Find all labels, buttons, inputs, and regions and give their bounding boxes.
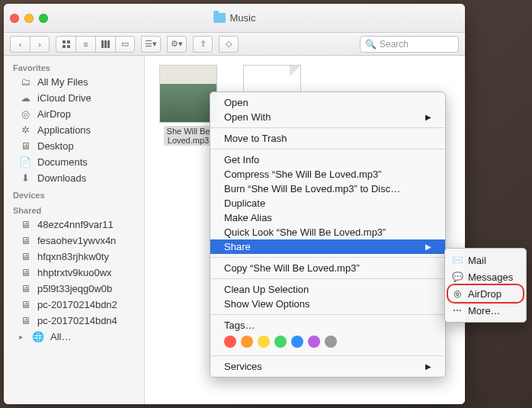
ctx-open[interactable]: Open [210,95,445,110]
svg-rect-4 [101,40,104,48]
svg-rect-2 [62,45,66,48]
file-thumbnail [159,65,217,123]
sidebar-item-all[interactable]: ▸🌐All… [4,329,144,345]
view-icon-button[interactable] [56,36,75,53]
zoom-window-button[interactable] [39,14,48,23]
computer-icon: 🖥 [19,283,31,294]
airdrop-icon: ◎ [19,108,31,120]
close-window-button[interactable] [10,14,19,23]
chevron-right-icon: ▶ [425,113,431,121]
computer-icon: 🖥 [19,251,31,262]
ctx-get-info[interactable]: Get Info [210,153,445,167]
documents-icon: 📄 [19,156,31,168]
computer-icon: 🖥 [19,267,31,278]
sidebar-item-icloud[interactable]: ☁iCloud Drive [4,90,144,106]
chevron-right-icon: ▶ [425,362,431,371]
sidebar-shared-item[interactable]: 🖥hfqxn83rjhkw0ty [4,249,144,265]
apps-icon: ✲ [19,124,31,136]
ctx-duplicate[interactable]: Duplicate [210,196,445,210]
ctx-services[interactable]: Services▶ [210,359,445,374]
search-placeholder: Search [380,39,409,50]
sidebar-shared-item[interactable]: 🖥fesaohev1ywvx4n [4,233,144,249]
sidebar-item-desktop[interactable]: 🖥Desktop [4,138,144,154]
titlebar: Music [4,4,465,33]
view-coverflow-button[interactable]: ▭ [115,36,135,53]
sidebar: Favorites 🗂All My Files ☁iCloud Drive ◎A… [4,56,145,404]
ctx-burn[interactable]: Burn “She Will Be Loved.mp3” to Disc… [210,182,445,196]
computer-icon: 🖥 [19,235,31,246]
search-field[interactable]: 🔍 Search [360,36,459,53]
ctx-compress[interactable]: Compress “She Will Be Loved.mp3” [210,167,445,182]
tag-red[interactable] [224,336,236,348]
window-title: Music [213,12,256,24]
ctx-trash[interactable]: Move to Trash [210,131,445,146]
share-submenu: ✉️Mail 💬Messages ◎AirDrop ⋯More… [444,248,527,323]
airdrop-icon: ◎ [451,288,463,300]
globe-icon: 🌐 [32,331,44,342]
chevron-right-icon: ▶ [425,243,431,251]
tag-purple[interactable] [308,336,320,348]
view-list-button[interactable]: ≡ [75,36,95,53]
sidebar-shared-item[interactable]: 🖥pc-20170214bdn2 [4,297,144,313]
tags-button[interactable]: ◇ [219,36,239,53]
sidebar-item-documents[interactable]: 📄Documents [4,154,144,170]
svg-rect-0 [62,40,66,43]
sidebar-shared-item[interactable]: 🖥48ezc4nnf9var11 [4,217,144,233]
ctx-viewopts[interactable]: Show View Options [210,297,445,311]
all-files-icon: 🗂 [19,76,31,88]
forward-button[interactable]: › [30,36,50,53]
ctx-tag-colors [210,333,445,352]
back-button[interactable]: ‹ [10,36,30,53]
view-column-button[interactable] [95,36,115,53]
tag-orange[interactable] [241,336,253,348]
share-more[interactable]: ⋯More… [445,302,526,319]
tag-yellow[interactable] [258,336,270,348]
tag-blue[interactable] [291,336,303,348]
downloads-icon: ⬇ [19,172,31,184]
search-icon: 🔍 [365,39,377,50]
folder-icon [213,13,226,23]
mail-icon: ✉️ [451,254,463,266]
tag-green[interactable] [274,336,287,348]
sidebar-shared-item[interactable]: 🖥p5l9t33jeqg0w0b [4,281,144,297]
ctx-copy[interactable]: Copy “She Will Be Loved.mp3” [210,261,445,275]
toolbar: ‹ › ≡ ▭ ☰▾ ⚙▾ ⇪ ◇ 🔍 Search [4,33,465,56]
context-menu: Open Open With▶ Move to Trash Get Info C… [210,92,446,377]
svg-rect-6 [107,40,110,48]
messages-icon: 💬 [451,271,463,283]
ctx-alias[interactable]: Make Alias [210,210,445,225]
desktop-icon: 🖥 [19,140,31,152]
arrange-button[interactable]: ☰▾ [141,36,161,53]
ctx-tags[interactable]: Tags… [210,318,445,333]
share-button[interactable]: ⇪ [193,36,213,53]
window-controls [10,14,48,23]
sidebar-shared-item[interactable]: 🖥hhptrxtv9kuo0wx [4,265,144,281]
computer-icon: 🖥 [19,219,31,230]
chevron-right-icon: ▸ [19,333,23,341]
sidebar-item-all-my-files[interactable]: 🗂All My Files [4,74,144,90]
window-title-text: Music [230,12,256,24]
computer-icon: 🖥 [19,315,31,326]
share-airdrop[interactable]: ◎AirDrop [445,285,526,302]
ctx-quicklook[interactable]: Quick Look “She Will Be Loved.mp3” [210,225,445,239]
sidebar-shared-header: Shared [4,201,144,217]
sidebar-item-downloads[interactable]: ⬇Downloads [4,170,144,186]
svg-rect-3 [67,45,70,48]
svg-rect-5 [104,40,107,48]
share-messages[interactable]: 💬Messages [445,268,526,285]
sidebar-favorites-header: Favorites [4,59,144,74]
computer-icon: 🖥 [19,299,31,310]
ctx-cleanup[interactable]: Clean Up Selection [210,282,445,297]
minimize-window-button[interactable] [24,14,34,23]
ctx-open-with[interactable]: Open With▶ [210,110,445,124]
cloud-icon: ☁ [19,92,31,104]
share-mail[interactable]: ✉️Mail [445,252,526,268]
sidebar-item-applications[interactable]: ✲Applications [4,122,144,138]
tag-gray[interactable] [325,336,337,348]
action-button[interactable]: ⚙▾ [167,36,187,53]
more-icon: ⋯ [451,304,463,316]
sidebar-shared-item[interactable]: 🖥pc-20170214bdn4 [4,313,144,329]
sidebar-item-airdrop[interactable]: ◎AirDrop [4,106,144,122]
svg-rect-1 [67,40,70,43]
ctx-share[interactable]: Share▶ [210,239,445,254]
